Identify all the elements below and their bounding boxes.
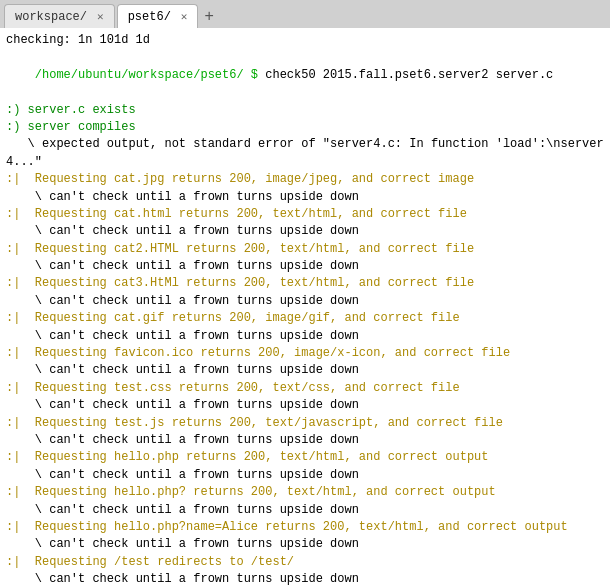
line-hello-php: :| Requesting hello.php returns 200, tex… (6, 449, 604, 466)
line-test-redirect-sub: \ can't check until a frown turns upside… (6, 571, 604, 586)
line-test-redirect: :| Requesting /test redirects to /test/ (6, 554, 604, 571)
line-cat-jpg-sub: \ can't check until a frown turns upside… (6, 189, 604, 206)
line-cat-html-sub: \ can't check until a frown turns upside… (6, 223, 604, 240)
line-favicon-ico: :| Requesting favicon.ico returns 200, i… (6, 345, 604, 362)
tab-pset6-label: pset6/ (128, 10, 171, 24)
line-hello-php-q: :| Requesting hello.php? returns 200, te… (6, 484, 604, 501)
terminal: checking: 1n 101d 1d /home/ubuntu/worksp… (0, 28, 610, 586)
tab-workspace[interactable]: workspace/ ✕ (4, 4, 115, 28)
line-cat-gif-sub: \ can't check until a frown turns upside… (6, 328, 604, 345)
line-expected-output: \ expected output, not standard error of… (6, 136, 604, 171)
line-hello-php-alice-sub: \ can't check until a frown turns upside… (6, 536, 604, 553)
tab-bar: workspace/ ✕ pset6/ ✕ + (0, 0, 610, 28)
tab-pset6[interactable]: pset6/ ✕ (117, 4, 199, 28)
cmd-text: check50 2015.fall.pset6.server2 server.c (265, 68, 553, 82)
line-test-css: :| Requesting test.css returns 200, text… (6, 380, 604, 397)
line-hello-php-alice: :| Requesting hello.php?name=Alice retur… (6, 519, 604, 536)
line-server-compiles: :) server compiles (6, 119, 604, 136)
line-cat-jpg: :| Requesting cat.jpg returns 200, image… (6, 171, 604, 188)
line-server-exists: :) server.c exists (6, 102, 604, 119)
tab-pset6-close[interactable]: ✕ (181, 10, 188, 23)
prompt-path: /home/ubuntu/workspace/pset6/ $ (35, 68, 265, 82)
line-cat2-html: :| Requesting cat2.HTML returns 200, tex… (6, 241, 604, 258)
line-cat-gif: :| Requesting cat.gif returns 200, image… (6, 310, 604, 327)
line-cat3-html: :| Requesting cat3.HtMl returns 200, tex… (6, 275, 604, 292)
line-cat-html: :| Requesting cat.html returns 200, text… (6, 206, 604, 223)
line-test-css-sub: \ can't check until a frown turns upside… (6, 397, 604, 414)
line-favicon-ico-sub: \ can't check until a frown turns upside… (6, 362, 604, 379)
line-cat3-html-sub: \ can't check until a frown turns upside… (6, 293, 604, 310)
line-prompt-cmd: /home/ubuntu/workspace/pset6/ $ check50 … (6, 49, 604, 101)
line-cat2-html-sub: \ can't check until a frown turns upside… (6, 258, 604, 275)
line-test-js: :| Requesting test.js returns 200, text/… (6, 415, 604, 432)
tab-workspace-label: workspace/ (15, 10, 87, 24)
line-checking: checking: 1n 101d 1d (6, 32, 604, 49)
tab-add-button[interactable]: + (200, 8, 217, 24)
line-hello-php-q-sub: \ can't check until a frown turns upside… (6, 502, 604, 519)
line-test-js-sub: \ can't check until a frown turns upside… (6, 432, 604, 449)
line-hello-php-sub: \ can't check until a frown turns upside… (6, 467, 604, 484)
tab-workspace-close[interactable]: ✕ (97, 10, 104, 23)
